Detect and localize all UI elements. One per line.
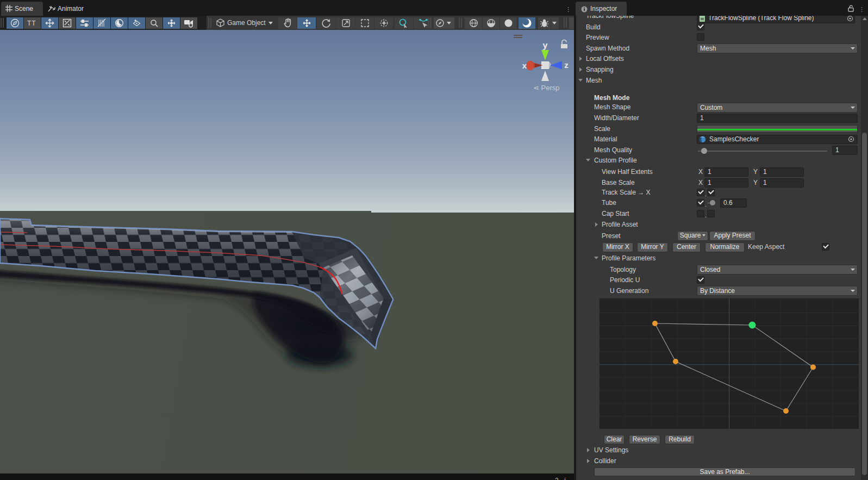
svg-text:x: x	[522, 61, 527, 70]
svg-text:y: y	[543, 41, 548, 50]
svg-text:z: z	[564, 60, 569, 70]
